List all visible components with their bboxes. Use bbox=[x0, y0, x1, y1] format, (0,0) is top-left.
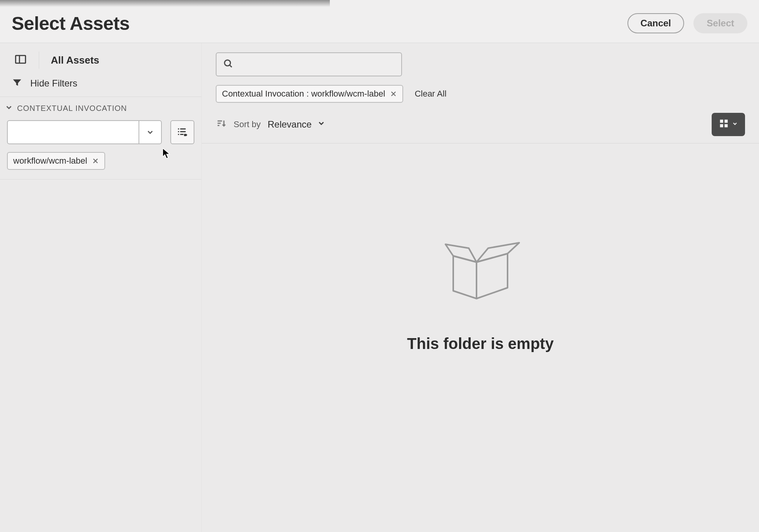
filter-dropdown-button[interactable] bbox=[139, 121, 161, 143]
hide-filters-label: Hide Filters bbox=[30, 78, 77, 89]
svg-line-11 bbox=[230, 65, 232, 67]
chevron-down-icon bbox=[5, 103, 13, 113]
grid-view-icon bbox=[719, 118, 730, 131]
sort-controls: Sort by Relevance bbox=[216, 118, 326, 131]
active-filters-row: Contextual Invocation : workflow/wcm-lab… bbox=[216, 85, 745, 103]
active-filter-chip: Contextual Invocation : workflow/wcm-lab… bbox=[216, 85, 403, 103]
filter-controls bbox=[5, 120, 194, 144]
filter-title: CONTEXTUAL INVOCATION bbox=[17, 104, 127, 113]
svg-marker-24 bbox=[453, 256, 477, 299]
empty-message: This folder is empty bbox=[407, 335, 554, 352]
svg-rect-19 bbox=[724, 120, 728, 123]
panel-toggle-icon[interactable] bbox=[14, 53, 27, 67]
divider bbox=[39, 52, 39, 69]
main-toolbar: Contextual Invocation : workflow/wcm-lab… bbox=[202, 43, 759, 103]
empty-state: This folder is empty bbox=[202, 143, 759, 532]
cancel-button[interactable]: Cancel bbox=[627, 13, 684, 33]
sidebar-top-row: All Assets bbox=[0, 43, 201, 76]
sort-by-label: Sort by bbox=[234, 119, 261, 130]
chevron-down-icon bbox=[732, 121, 738, 128]
sort-value-text: Relevance bbox=[268, 119, 312, 130]
applied-filter-tag-label: workflow/wcm-label bbox=[13, 156, 87, 166]
svg-marker-25 bbox=[477, 254, 508, 299]
filter-icon bbox=[12, 77, 23, 90]
chevron-down-icon bbox=[317, 119, 326, 130]
dialog-title: Select Assets bbox=[12, 13, 130, 34]
sort-direction-icon[interactable] bbox=[216, 118, 227, 131]
main-panel: Contextual Invocation : workflow/wcm-lab… bbox=[202, 43, 759, 532]
dialog-actions: Cancel Select bbox=[627, 13, 747, 33]
active-filter-chip-label: Contextual Invocation : workflow/wcm-lab… bbox=[222, 89, 385, 99]
tag-picker-button[interactable] bbox=[170, 120, 194, 144]
dialog-header: Select Assets Cancel Select bbox=[0, 0, 759, 43]
svg-rect-20 bbox=[720, 124, 723, 127]
svg-rect-0 bbox=[16, 55, 26, 63]
view-switcher[interactable] bbox=[712, 113, 745, 136]
svg-marker-22 bbox=[445, 244, 477, 262]
filter-combobox[interactable] bbox=[7, 120, 162, 144]
search-box[interactable] bbox=[216, 52, 402, 76]
svg-point-10 bbox=[225, 60, 230, 66]
filter-input[interactable] bbox=[8, 121, 139, 143]
filter-section-contextual-invocation: CONTEXTUAL INVOCATION bbox=[0, 97, 201, 180]
svg-rect-18 bbox=[720, 120, 723, 123]
applied-filter-tag: workflow/wcm-label bbox=[7, 152, 105, 170]
search-icon bbox=[223, 58, 234, 71]
select-button[interactable]: Select bbox=[693, 13, 747, 33]
hide-filters-row[interactable]: Hide Filters bbox=[0, 76, 201, 97]
breadcrumb-all-assets[interactable]: All Assets bbox=[51, 54, 99, 66]
svg-marker-23 bbox=[477, 243, 519, 262]
remove-filter-tag-button[interactable] bbox=[92, 157, 99, 164]
empty-box-icon bbox=[434, 237, 527, 312]
clear-all-link[interactable]: Clear All bbox=[415, 89, 447, 99]
svg-rect-21 bbox=[724, 124, 728, 127]
search-input[interactable] bbox=[238, 59, 395, 70]
sort-value-dropdown[interactable]: Relevance bbox=[268, 119, 326, 130]
filter-header[interactable]: CONTEXTUAL INVOCATION bbox=[5, 103, 194, 120]
sidebar: All Assets Hide Filters CONTEXTUAL INVOC… bbox=[0, 43, 202, 532]
sort-row: Sort by Relevance bbox=[202, 103, 759, 143]
remove-chip-button[interactable] bbox=[390, 90, 397, 97]
